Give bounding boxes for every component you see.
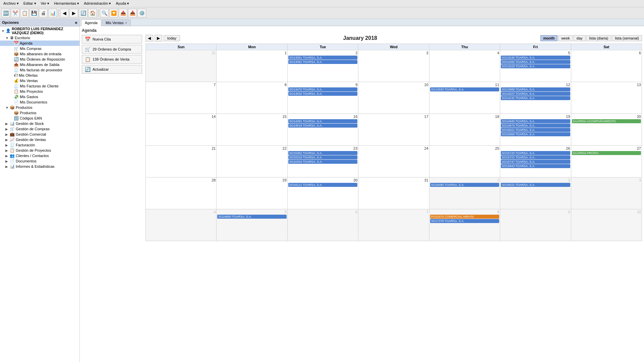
cal-view-day[interactable]: day: [574, 35, 586, 41]
cal-event-w3d5e2[interactable]: SO15747 TOARSA, S.A.: [501, 160, 570, 164]
sidebar-item-mis-facturas-proveedor[interactable]: 🧾Mis facturas de proveedor: [0, 67, 79, 73]
toolbar-home-btn[interactable]: 🏠: [88, 9, 97, 17]
cal-cell-w5d2[interactable]: 6: [287, 209, 358, 241]
cal-event-w1d5e2[interactable]: SO14131 TOARSA, S.A.: [501, 96, 570, 100]
cal-cell-w0d0[interactable]: 31: [146, 50, 217, 82]
cal-event-w0d5e0[interactable]: SO13245 TOARSA, S.A.: [501, 56, 570, 60]
cal-event-w3d5e0[interactable]: SO15720 TOARSA, S.A.: [501, 151, 570, 155]
cal-event-w4d4e0[interactable]: SO16485 TOARSA, S.A.: [430, 183, 499, 187]
cal-cell-w0d6[interactable]: 6: [571, 50, 642, 82]
tab-close-1[interactable]: ×: [125, 21, 127, 25]
cal-event-w3d6e0[interactable]: GUARDIA PROPIA: [572, 151, 641, 155]
cal-cell-w3d5[interactable]: 26SO15720 TOARSA, S.A.SO15721 TOARSA, S.…: [500, 146, 571, 177]
toolbar-export-btn[interactable]: 📤: [119, 9, 127, 17]
cal-cell-w1d1[interactable]: 8: [217, 82, 287, 114]
sidebar-item-gestion-ventas[interactable]: ▶📈Gestión de Ventas: [0, 137, 79, 142]
sidebar-item-gestion-comercial[interactable]: ▶💼Gestión Comercial: [0, 132, 79, 137]
sidebar-item-agenda[interactable]: 📅Agenda: [0, 41, 79, 46]
sidebar-item-escritorio[interactable]: ▼🖥Escritorio: [0, 35, 79, 41]
toolbar-copy-btn[interactable]: 📋: [20, 9, 29, 17]
cal-cell-w3d4[interactable]: 25: [429, 146, 500, 177]
menu-item-ayuda[interactable]: Ayuda ▾: [114, 1, 131, 6]
cal-event-w3d5e1[interactable]: SO15721 TOARSA, S.A.: [501, 155, 570, 159]
cal-cell-w4d0[interactable]: 28: [146, 177, 217, 209]
sidebar-item-gestion-proyectos[interactable]: ▶📋Gestión de Proyectos: [0, 148, 79, 153]
cal-event-w1d5e0[interactable]: SO13989 TOARSA, S.A.: [501, 87, 570, 91]
cal-cell-w2d3[interactable]: 17: [358, 114, 429, 146]
cal-event-w5d1e0[interactable]: SO16850 TOARSA, S.A.: [217, 215, 286, 219]
cal-cell-w2d5[interactable]: 19SO14945 TOARSA, S.A.SO14974 TOARSA, S.…: [500, 114, 571, 146]
sidebar-item-mis-albaranes-salida[interactable]: 📤Mis Albaranes de Salida: [0, 62, 79, 67]
cal-cell-w5d4[interactable]: 8PO32470 COMERCIAL MIRASISO17378 TOARSA,…: [429, 209, 500, 241]
toolbar-settings-btn[interactable]: ⚙️: [137, 9, 146, 17]
cal-cell-w5d3[interactable]: 7: [358, 209, 429, 241]
cal-cell-w1d6[interactable]: 13: [571, 82, 642, 114]
quick-btn-2[interactable]: 📋138 Órdenes de Venta: [82, 55, 142, 64]
toolbar-new-btn[interactable]: 🆕: [1, 9, 10, 17]
sidebar-item-mis-ordenes-reposicion[interactable]: 🔄Mis Órdenes de Reposición: [0, 57, 79, 62]
cal-today-btn[interactable]: today: [164, 35, 180, 41]
cal-cell-w3d3[interactable]: 24: [358, 146, 429, 177]
quick-btn-1[interactable]: 🛒29 Ordenes de Compra: [82, 45, 142, 54]
cal-cell-w5d0[interactable]: 4: [146, 209, 217, 241]
cal-event-w2d2e1[interactable]: SO14519 TOARSA, S.A.: [288, 124, 357, 128]
cal-event-w4d2e0[interactable]: SO16111 TOARSA, S.A.: [288, 183, 357, 187]
cal-event-w5d4e0[interactable]: PO32470 COMERCIAL MIRASI: [430, 215, 499, 219]
cal-cell-w4d5[interactable]: 2SO16521 TOARSA, S.A.: [500, 177, 571, 209]
sidebar-item-productos[interactable]: ▼📦Productos: [0, 105, 79, 110]
toolbar-save-btn[interactable]: 💾: [30, 9, 38, 17]
toolbar-import-btn[interactable]: 📥: [128, 9, 137, 17]
cal-cell-w1d0[interactable]: 7: [146, 82, 217, 114]
menu-item-administración[interactable]: Administración ▾: [82, 1, 113, 6]
cal-cell-w3d6[interactable]: 27GUARDIA PROPIA: [571, 146, 642, 177]
sidebar-item-mis-proyectos[interactable]: 📋Mis Proyectos: [0, 89, 79, 94]
quick-btn-0[interactable]: 📅Nueva Cita: [82, 35, 142, 44]
sidebar-item-clientes-contactos[interactable]: ▶👥Clientes / Contactos: [0, 153, 79, 158]
cal-view-month[interactable]: month: [540, 35, 558, 41]
cal-event-w1d2e0[interactable]: SO13470 TOARSA, S.A.: [288, 87, 357, 91]
cal-view-lista-(semanal)[interactable]: lista (semanal): [612, 35, 642, 41]
cal-event-w2d5e0[interactable]: SO14945 TOARSA, S.A.: [501, 119, 570, 123]
sidebar-item-mis-facturas-cliente[interactable]: 🧾Mis Facturas de Cliente: [0, 83, 79, 89]
cal-cell-w2d0[interactable]: 14: [146, 114, 217, 146]
cal-event-w1d4e0[interactable]: SO13933 TOARSA, S.A.: [430, 87, 499, 91]
sidebar-item-mis-ofertas[interactable]: 🏷Mis Ofertas: [0, 73, 79, 78]
sidebar-item-codigos-ean[interactable]: 🔢Códigos EAN: [0, 116, 79, 121]
cal-cell-w3d0[interactable]: 21: [146, 146, 217, 177]
cal-event-w0d2e0[interactable]: SO13051 TOARSA, S.A.: [288, 56, 357, 60]
cal-cell-w1d2[interactable]: 9SO13470 TOARSA, S.A.SO13532 TOARSA, S.A…: [287, 82, 358, 114]
sidebar-item-informes-estadisticas[interactable]: ▶📊Informes & Estadísticas: [0, 164, 79, 169]
toolbar-back-btn[interactable]: ◀: [60, 9, 69, 17]
cal-view-week[interactable]: week: [558, 35, 573, 41]
cal-cell-w4d6[interactable]: 3: [571, 177, 642, 209]
cal-cell-w0d3[interactable]: 3: [358, 50, 429, 82]
cal-event-w0d5e2[interactable]: SO13329 TOARSA, S.A.: [501, 64, 570, 68]
cal-cell-w2d4[interactable]: 18: [429, 114, 500, 146]
cal-cell-w2d2[interactable]: 16SO14391 TOARSA, S.A.SO14519 TOARSA, S.…: [287, 114, 358, 146]
cal-cell-w4d1[interactable]: 29: [217, 177, 287, 209]
cal-next-btn[interactable]: ▶: [155, 35, 162, 42]
cal-cell-w4d2[interactable]: 30SO16111 TOARSA, S.A.: [287, 177, 358, 209]
cal-event-w5d4e1[interactable]: SO17378 TOARSA, S.A.: [430, 219, 499, 223]
quick-btn-3[interactable]: 🔄Actualizar: [82, 65, 142, 74]
toolbar-search-btn[interactable]: 🔍: [100, 9, 109, 17]
cal-prev-btn[interactable]: ◀: [145, 35, 153, 42]
toolbar-filter-btn[interactable]: 🔽: [109, 9, 118, 17]
sidebar-item-gestion-compras[interactable]: ▶🛒Gestión de Compras: [0, 126, 79, 132]
sidebar-item-mis-albaranes-entrada[interactable]: 📦Mis albaranes de entrada: [0, 51, 79, 57]
cal-cell-w4d4[interactable]: 1SO16485 TOARSA, S.A.: [429, 177, 500, 209]
sidebar-item-mis-documentos[interactable]: 📄Mis Documentos: [0, 99, 79, 105]
cal-event-w2d2e0[interactable]: SO14391 TOARSA, S.A.: [288, 119, 357, 123]
cal-cell-w0d1[interactable]: 1: [217, 50, 287, 82]
cal-cell-w0d4[interactable]: 4: [429, 50, 500, 82]
sidebar-item-mis-ventas[interactable]: 💰Mis Ventas: [0, 78, 79, 83]
cal-cell-w2d6[interactable]: 20GUARDIA ACOMPAÑAMIENTO: [571, 114, 642, 146]
menu-item-editar[interactable]: Editar ▾: [21, 1, 38, 6]
tab-mis-ventas[interactable]: Mis Ventas×: [102, 19, 131, 26]
toolbar-chart-btn[interactable]: 📊: [48, 9, 57, 17]
cal-cell-w1d4[interactable]: 11SO13933 TOARSA, S.A.: [429, 82, 500, 114]
cal-event-w1d5e1[interactable]: SO14027 TOARSA, S.A.: [501, 92, 570, 96]
sidebar-item-root[interactable]: ▼👤ROBERTO LUIS FERNANDEZ VAZQUEZ (DEMO): [0, 26, 79, 35]
toolbar-print-btn[interactable]: 🖨: [39, 9, 48, 17]
cal-event-w3d2e1[interactable]: SO15314 TOARSA, S.A.: [288, 155, 357, 159]
